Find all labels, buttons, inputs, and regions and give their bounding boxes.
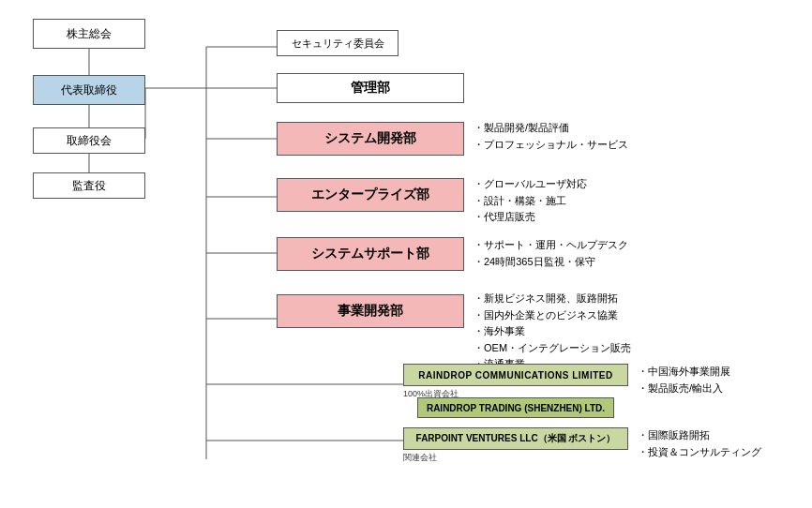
business-dev-bullets: 新規ビジネス開発、販路開拓 国内外企業とのビジネス協業 海外事業 OEM・インテ… [474,291,631,373]
org-chart: 株主総会 代表取締役 取締役会 監査役 セキュリティ委員会 管理部 システム開発… [0,0,812,508]
enterprise-node: エンタープライズ部 [277,178,464,212]
representative-node: 代表取締役 [33,75,145,105]
auditors-node: 監査役 [33,172,145,199]
shareholders-node: 株主総会 [33,19,145,49]
enterprise-bullets: グローバルユーザ対応 設計・構築・施工 代理店販売 [474,176,587,226]
raindrop-trading-node: RAINDROP TRADING (SHENZHEN) LTD. [417,397,614,418]
security-node: セキュリティ委員会 [277,30,398,56]
systems-dev-bullets: 製品開発/製品評価 プロフェッショナル・サービス [474,120,628,153]
raindrop-comms-node: RAINDROP COMMUNICATIONS LIMITED [403,364,628,386]
farpoint-node: FARPOINT VENTURES LLC（米国 ボストン） [403,427,628,450]
admin-node: 管理部 [277,73,464,103]
business-dev-node: 事業開発部 [277,294,464,328]
systems-support-node: システムサポート部 [277,237,464,271]
systems-dev-node: システム開発部 [277,122,464,156]
farpoint-sublabel: 関連会社 [403,452,437,464]
directors-node: 取締役会 [33,127,145,154]
farpoint-bullets: 国際販路開拓 投資＆コンサルティング [638,427,761,460]
systems-support-bullets: サポート・運用・ヘルプデスク 24時間365日監視・保守 [474,237,628,270]
raindrop-comms-bullets: 中国海外事業開展 製品販売/輸出入 [638,364,730,396]
